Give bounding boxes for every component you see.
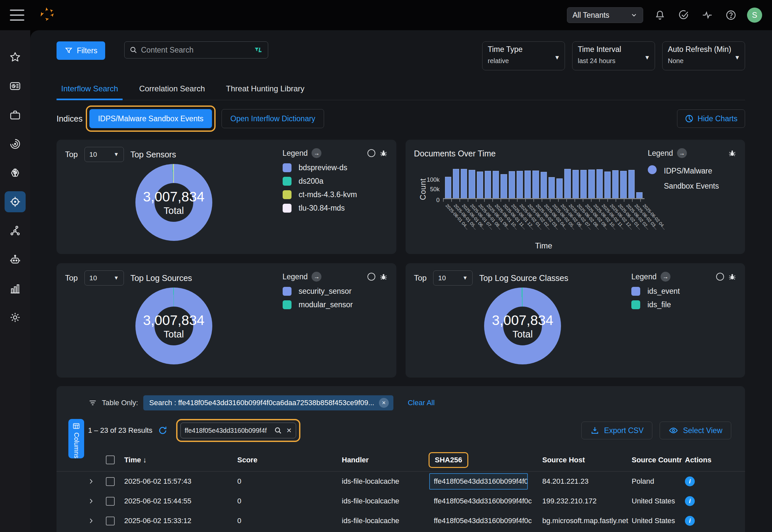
sidebar-item-dashboards[interactable] xyxy=(5,76,26,97)
legend-expand-icon[interactable]: → xyxy=(661,272,670,282)
sidebar-item-detections[interactable] xyxy=(5,133,26,154)
legend-item[interactable]: IDPS/Malware Sandbox Events xyxy=(648,163,737,194)
row-info-icon[interactable]: i xyxy=(685,516,695,526)
legend-expand-icon[interactable]: → xyxy=(312,272,321,282)
bar[interactable] xyxy=(636,192,643,198)
sidebar-item-favorites[interactable] xyxy=(5,47,26,68)
hide-charts-button[interactable]: Hide Charts xyxy=(677,109,745,128)
table-row[interactable]: 2025-06-02 15:57:43 0 ids-file-localcach… xyxy=(57,472,745,491)
debug-bug-icon[interactable] xyxy=(379,272,388,281)
sidebar-item-ai-ml[interactable] xyxy=(5,162,26,183)
refresh-icon[interactable] xyxy=(158,426,168,435)
remove-filter-icon[interactable]: ✕ xyxy=(379,398,389,408)
content-search-box[interactable] xyxy=(124,41,268,58)
top-sensors-donut[interactable]: 3,007,834 Total xyxy=(135,164,212,241)
bar[interactable] xyxy=(445,177,451,198)
tab-interflow-search[interactable]: Interflow Search xyxy=(61,84,118,100)
shape-toggle-icon[interactable] xyxy=(367,149,375,157)
bar[interactable] xyxy=(580,170,587,198)
bar[interactable] xyxy=(549,177,555,198)
bar[interactable] xyxy=(517,171,523,198)
bar[interactable] xyxy=(612,170,619,198)
auto-refresh-select[interactable]: Auto Refresh (Min) None ▼ xyxy=(662,41,745,70)
column-header-source-host[interactable]: Source Host xyxy=(542,456,632,464)
select-view-button[interactable]: Select View xyxy=(660,422,731,439)
bar[interactable] xyxy=(501,174,507,198)
debug-bug-icon[interactable] xyxy=(379,149,388,157)
row-checkbox[interactable] xyxy=(106,517,115,525)
table-filter-icon[interactable] xyxy=(88,398,97,407)
content-search-input[interactable] xyxy=(141,46,250,55)
cell-sha256-selected[interactable]: ffe418f05e43dd3160b099f4f0c xyxy=(429,473,528,490)
row-info-icon[interactable]: i xyxy=(685,496,695,506)
row-checkbox[interactable] xyxy=(106,497,115,506)
sidebar-item-cases[interactable] xyxy=(5,104,26,126)
brand-logo-icon[interactable] xyxy=(38,6,56,24)
clear-all-link[interactable]: Clear All xyxy=(408,399,435,407)
open-interflow-dictionary-button[interactable]: Open Interflow Dictionary xyxy=(222,109,324,128)
user-avatar[interactable]: S xyxy=(747,8,762,23)
legend-item[interactable]: ct-mds-4.3.6-kvm xyxy=(283,190,388,199)
debug-bug-icon[interactable] xyxy=(728,272,737,281)
bar[interactable] xyxy=(461,169,467,198)
legend-item[interactable]: tlu-30.84-mds xyxy=(283,204,388,213)
tenant-selector[interactable]: All Tenants xyxy=(567,7,643,23)
top-n-select[interactable]: 10 ▼ xyxy=(433,270,473,286)
sidebar-item-connections[interactable] xyxy=(5,220,26,241)
selected-index-button[interactable]: IDPS/Malware Sandbox Events xyxy=(89,109,212,128)
row-info-icon[interactable]: i xyxy=(685,476,695,486)
table-row[interactable]: 2025-06-02 15:33:12 0 ids-file-localcach… xyxy=(57,511,745,531)
column-header-sha256[interactable]: SHA256 xyxy=(434,452,542,468)
bar[interactable] xyxy=(477,172,483,198)
search-filter-chip[interactable]: Search : ffe418f05e43dd3160b099f4f0ca6da… xyxy=(143,395,393,410)
sidebar-item-settings[interactable] xyxy=(5,307,26,328)
bar[interactable] xyxy=(597,169,603,198)
legend-item[interactable]: ds200a xyxy=(283,177,388,186)
legend-item[interactable]: bdspreview-ds xyxy=(283,163,388,172)
column-header-handler[interactable]: Handler xyxy=(342,456,434,464)
help-icon[interactable] xyxy=(724,8,738,22)
lucene-syntax-icon[interactable] xyxy=(253,46,263,54)
bar[interactable] xyxy=(541,172,547,198)
top-log-source-classes-donut[interactable]: 3,007,834 Total xyxy=(484,288,561,364)
legend-expand-icon[interactable]: → xyxy=(677,148,687,158)
tab-threat-hunting-library[interactable]: Threat Hunting Library xyxy=(226,84,305,100)
table-row[interactable]: 2025-06-02 15:44:55 0 ids-file-localcach… xyxy=(57,491,745,511)
bar[interactable] xyxy=(564,169,571,198)
column-header-time[interactable]: Time ↓ xyxy=(124,456,237,464)
time-interval-select[interactable]: Time Interval last 24 hours ▼ xyxy=(572,41,655,70)
tasks-check-icon[interactable] xyxy=(677,8,690,22)
search-icon[interactable] xyxy=(274,426,282,435)
bar[interactable] xyxy=(509,171,515,198)
bar[interactable] xyxy=(453,169,459,198)
legend-item[interactable]: ids_event xyxy=(631,287,737,296)
expand-row-icon[interactable] xyxy=(87,497,106,505)
bar[interactable] xyxy=(493,171,499,198)
shape-toggle-icon[interactable] xyxy=(716,273,724,281)
filters-button[interactable]: Filters xyxy=(57,41,105,60)
sidebar-item-reports[interactable] xyxy=(5,278,26,299)
sidebar-item-automation[interactable] xyxy=(5,249,26,270)
clear-search-icon[interactable]: ✕ xyxy=(286,427,292,434)
top-n-select[interactable]: 10 ▼ xyxy=(84,270,124,286)
top-log-sources-donut[interactable]: 3,007,834 Total xyxy=(135,288,212,364)
bar[interactable] xyxy=(469,170,475,198)
debug-bug-icon[interactable] xyxy=(728,149,737,157)
bar[interactable] xyxy=(532,171,539,198)
cell-sha256[interactable]: ffe418f05e43dd3160b099f4f0c xyxy=(434,517,532,525)
row-checkbox[interactable] xyxy=(106,477,115,486)
columns-button[interactable]: Columns xyxy=(68,419,84,458)
cell-sha256[interactable]: ffe418f05e43dd3160b099f4f0c xyxy=(434,497,532,505)
legend-item[interactable]: security_sensor xyxy=(283,287,388,296)
table-row[interactable]: 2025-06-02 14:43:31 0 ids-file-localcach… xyxy=(57,531,745,532)
bar[interactable] xyxy=(525,171,531,198)
top-n-select[interactable]: 10 ▼ xyxy=(84,147,124,162)
system-activity-icon[interactable] xyxy=(700,8,714,22)
select-all-checkbox[interactable] xyxy=(106,455,115,464)
bar[interactable] xyxy=(620,171,626,198)
table-search-box[interactable]: ✕ xyxy=(180,423,296,438)
bar[interactable] xyxy=(604,172,611,198)
bar[interactable] xyxy=(573,170,579,198)
export-csv-button[interactable]: Export CSV xyxy=(581,422,652,439)
sidebar-item-threat-hunting[interactable] xyxy=(5,191,26,212)
